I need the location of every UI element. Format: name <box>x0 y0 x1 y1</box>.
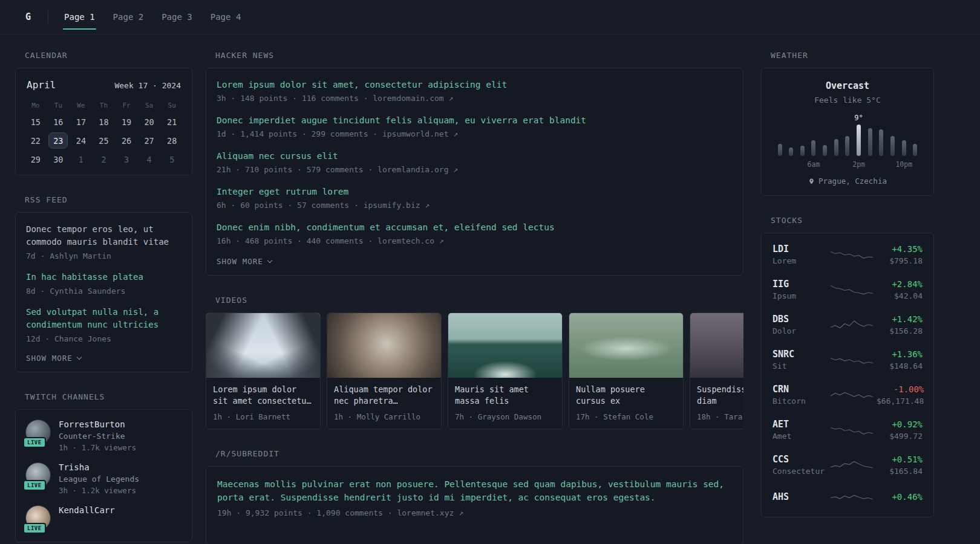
rss-item[interactable]: In hac habitasse platea 8d · Cynthia Sau… <box>26 271 181 296</box>
rss-item-meta: 8d · Cynthia Saunders <box>26 287 181 296</box>
weather-bar <box>879 129 883 156</box>
hn-item-meta: 21h · 710 points · 579 comments · loreml… <box>217 165 733 174</box>
weather-hour-column <box>775 114 785 169</box>
hn-item[interactable]: Lorem ipsum dolor sit amet, consectetur … <box>217 79 733 103</box>
page-tab[interactable]: Page 1 <box>63 0 96 34</box>
stock-price: $148.64 <box>889 361 923 371</box>
rss-item[interactable]: Sed volutpat nulla nisl, a condimentum n… <box>26 306 181 343</box>
calendar-day[interactable]: 18 <box>93 112 116 131</box>
calendar-day[interactable]: 23 <box>47 131 70 150</box>
calendar-day[interactable]: 17 <box>70 112 93 131</box>
weather-hour-column <box>843 114 852 169</box>
video-card[interactable]: Lorem ipsum dolor sit amet consectetu… 1… <box>206 312 321 429</box>
rss-item-title[interactable]: In hac habitasse platea <box>26 271 181 283</box>
video-card[interactable]: Suspendisse diam 18h · Tara <box>690 312 743 429</box>
calendar-day[interactable]: 30 <box>47 150 70 169</box>
stock-change: +4.35% <box>889 244 923 254</box>
weather-bar <box>823 145 827 156</box>
stock-row[interactable]: DBS Dolor +1.42% $156.28 <box>773 307 923 342</box>
hn-item-title[interactable]: Integer eget rutrum lorem <box>217 186 733 198</box>
calendar-day[interactable]: 4 <box>138 150 161 169</box>
calendar-day[interactable]: 29 <box>24 150 47 169</box>
calendar-day[interactable]: 27 <box>138 131 161 150</box>
stock-values: -1.00% $66,171.48 <box>877 384 924 406</box>
calendar-day[interactable]: 3 <box>115 150 138 169</box>
calendar-day[interactable]: 24 <box>70 131 93 150</box>
channel-name[interactable]: Trisha <box>59 462 139 472</box>
video-card-body: Nullam posuere cursus ex 17h · Stefan Co… <box>569 378 683 429</box>
channel-name[interactable]: ForrestBurton <box>59 419 136 429</box>
stock-change: +0.51% <box>889 455 923 464</box>
page-tab[interactable]: Page 4 <box>209 0 243 34</box>
calendar-day[interactable]: 22 <box>24 131 47 150</box>
weather-hour-column <box>877 114 886 169</box>
hn-item-title[interactable]: Donec imperdiet augue tincidunt felis al… <box>217 114 733 126</box>
calendar-day[interactable]: 1 <box>70 150 93 169</box>
subreddit-post-title[interactable]: Maecenas mollis pulvinar erat non posuer… <box>217 478 732 504</box>
stock-change: -1.00% <box>877 384 924 394</box>
stock-row[interactable]: LDI Lorem +4.35% $795.18 <box>773 237 923 272</box>
avatar: LIVE <box>25 462 51 488</box>
hn-item[interactable]: Aliquam nec cursus elit 21h · 710 points… <box>217 150 733 174</box>
stock-row[interactable]: SNRC Sit +1.36% $148.64 <box>773 342 923 377</box>
stock-change: +1.36% <box>889 349 923 359</box>
stock-values: +1.42% $156.28 <box>889 314 923 335</box>
calendar-day-number: 22 <box>26 132 45 149</box>
hn-item[interactable]: Donec enim nibh, condimentum et accumsan… <box>217 221 733 245</box>
hn-item-title[interactable]: Donec enim nibh, condimentum et accumsan… <box>217 221 733 233</box>
middle-column: HACKER NEWS Lorem ipsum dolor sit amet, … <box>206 51 743 544</box>
calendar-day-number: 1 <box>71 151 91 167</box>
calendar-day[interactable]: 26 <box>115 131 138 150</box>
calendar-day[interactable]: 25 <box>93 131 116 150</box>
hn-item[interactable]: Integer eget rutrum lorem 6h · 60 points… <box>217 186 733 210</box>
video-title[interactable]: Mauris sit amet massa felis <box>455 384 555 407</box>
weather-time-label: 2pm <box>852 160 865 169</box>
subreddit-post[interactable]: Maecenas mollis pulvinar erat non posuer… <box>217 478 732 517</box>
stock-row[interactable]: AHS +0.46% <box>773 482 923 513</box>
rss-item[interactable]: Donec tempor eros leo, ut commodo mauris… <box>26 223 181 261</box>
hn-item-title[interactable]: Lorem ipsum dolor sit amet, consectetur … <box>217 79 733 91</box>
calendar-day[interactable]: 16 <box>47 112 70 131</box>
calendar-day[interactable]: 2 <box>93 150 116 169</box>
stock-price: $795.18 <box>889 256 923 265</box>
twitch-channel[interactable]: LIVE ForrestBurton Counter-Strike 1h · 1… <box>25 419 182 452</box>
rss-item-title[interactable]: Sed volutpat nulla nisl, a condimentum n… <box>26 306 181 331</box>
calendar-day[interactable]: 19 <box>115 112 138 131</box>
video-title[interactable]: Lorem ipsum dolor sit amet consectetu… <box>213 384 313 407</box>
calendar-day[interactable]: 28 <box>160 131 183 150</box>
calendar-day[interactable]: 20 <box>138 112 161 131</box>
stock-ticker: LDI <box>773 244 827 254</box>
video-title[interactable]: Aliquam tempor dolor nec pharetra… <box>334 384 434 407</box>
stock-price: $165.84 <box>889 467 923 476</box>
hn-show-more-button[interactable]: SHOW MORE <box>217 257 733 266</box>
rss-item-title[interactable]: Donec tempor eros leo, ut commodo mauris… <box>26 223 181 248</box>
stock-row[interactable]: CCS Consectetur +0.51% $165.84 <box>773 447 923 482</box>
video-title[interactable]: Nullam posuere cursus ex <box>576 384 676 407</box>
calendar-day[interactable]: 5 <box>160 150 183 169</box>
video-card[interactable]: Mauris sit amet massa felis 7h · Grayson… <box>448 312 563 429</box>
calendar-day[interactable]: 21 <box>160 112 183 131</box>
twitch-channel[interactable]: LIVE KendallCarr <box>25 505 182 531</box>
stock-identity: SNRC Sit <box>773 349 827 371</box>
calendar-day-number: 2 <box>94 151 113 167</box>
weather-bar <box>857 125 861 156</box>
right-column: WEATHER Overcast Feels like 5°C <box>761 51 934 537</box>
channel-name[interactable]: KendallCarr <box>59 505 115 515</box>
hn-item-title[interactable]: Aliquam nec cursus elit <box>217 150 733 162</box>
rss-show-more-button[interactable]: SHOW MORE <box>26 354 181 363</box>
stock-row[interactable]: IIG Ipsum +2.84% $42.04 <box>773 272 923 307</box>
hn-item[interactable]: Donec imperdiet augue tincidunt felis al… <box>217 114 733 138</box>
calendar-day[interactable]: 15 <box>24 112 47 131</box>
calendar-day-number: 25 <box>94 132 113 149</box>
twitch-channel[interactable]: LIVE Trisha League of Legends 3h · 1.2k … <box>25 462 182 495</box>
stock-row[interactable]: CRN Bitcorn -1.00% $66,171.48 <box>773 377 923 412</box>
live-badge: LIVE <box>23 437 46 448</box>
app-logo[interactable]: G <box>25 11 31 22</box>
video-title[interactable]: Suspendisse diam <box>697 384 743 407</box>
video-card[interactable]: Nullam posuere cursus ex 17h · Stefan Co… <box>569 312 684 429</box>
page-tab[interactable]: Page 3 <box>160 0 194 34</box>
stock-row[interactable]: AET Amet +0.92% $499.72 <box>773 412 923 447</box>
stock-identity: AHS <box>773 491 827 504</box>
page-tab[interactable]: Page 2 <box>112 0 145 34</box>
video-card[interactable]: Aliquam tempor dolor nec pharetra… 1h · … <box>327 312 442 429</box>
